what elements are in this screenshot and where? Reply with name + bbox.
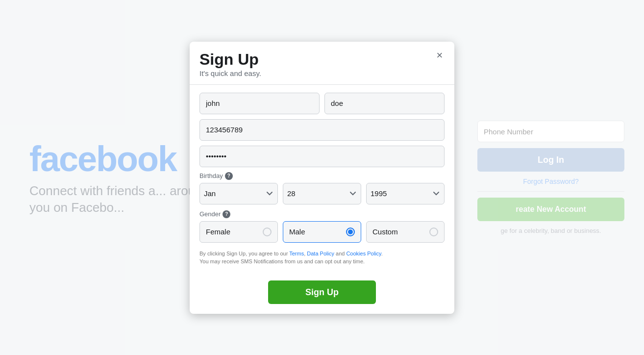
terms-text: By clicking Sign Up, you agree to our Te… bbox=[199, 250, 445, 266]
signup-modal: Sign Up It's quick and easy. × Birth bbox=[190, 42, 454, 314]
terms-link[interactable]: Terms bbox=[289, 251, 304, 256]
modal-close-button[interactable]: × bbox=[433, 49, 446, 62]
modal-subtitle: It's quick and easy. bbox=[199, 69, 445, 77]
terms-prefix: By clicking Sign Up, you agree to our bbox=[199, 251, 289, 256]
gender-male-label: Male bbox=[289, 228, 305, 236]
terms-sms-text: You may receive SMS Notifications from u… bbox=[199, 258, 365, 264]
birth-year-select[interactable]: 1995 bbox=[366, 183, 445, 204]
modal-header: Sign Up It's quick and easy. × bbox=[190, 42, 454, 85]
birthday-help-icon[interactable]: ? bbox=[225, 172, 233, 180]
phone-input[interactable] bbox=[199, 119, 445, 141]
signup-button[interactable]: Sign Up bbox=[268, 280, 376, 304]
modal-body: Birthday ? Jan Feb Mar Apr May Jun Jul A… bbox=[190, 85, 454, 280]
gender-female-label: Female bbox=[206, 228, 230, 236]
modal-footer: Sign Up bbox=[190, 280, 454, 314]
gender-label: Gender ? bbox=[199, 210, 445, 218]
data-policy-link[interactable]: Data Policy bbox=[307, 251, 334, 256]
modal-overlay: Sign Up It's quick and easy. × Birth bbox=[0, 0, 644, 355]
terms-period: . bbox=[381, 251, 383, 256]
birth-month-select[interactable]: Jan Feb Mar Apr May Jun Jul Aug Sep Oct … bbox=[199, 183, 278, 204]
gender-female-radio bbox=[263, 228, 272, 236]
gender-male-radio bbox=[346, 228, 355, 236]
gender-custom-radio bbox=[429, 228, 438, 236]
gender-custom-label: Custom bbox=[372, 228, 398, 236]
birthday-label: Birthday ? bbox=[199, 172, 445, 180]
gender-custom-option[interactable]: Custom bbox=[366, 221, 445, 243]
birthday-row: Jan Feb Mar Apr May Jun Jul Aug Sep Oct … bbox=[199, 183, 445, 204]
name-row bbox=[199, 93, 445, 114]
first-name-input[interactable] bbox=[199, 93, 320, 114]
phone-row bbox=[199, 119, 445, 141]
last-name-input[interactable] bbox=[324, 93, 445, 114]
modal-title: Sign Up bbox=[199, 51, 445, 67]
birthday-section: Birthday ? Jan Feb Mar Apr May Jun Jul A… bbox=[199, 172, 445, 204]
birth-day-select[interactable]: 28 bbox=[283, 183, 361, 204]
gender-male-option[interactable]: Male bbox=[283, 221, 361, 243]
terms-and: and bbox=[334, 251, 346, 256]
password-row bbox=[199, 146, 445, 167]
gender-female-option[interactable]: Female bbox=[199, 221, 278, 243]
password-input[interactable] bbox=[199, 146, 445, 167]
cookies-policy-link[interactable]: Cookies Policy bbox=[346, 251, 381, 256]
gender-section: Gender ? Female Male C bbox=[199, 210, 445, 243]
gender-row: Female Male Custom bbox=[199, 221, 445, 243]
gender-help-icon[interactable]: ? bbox=[223, 210, 230, 218]
